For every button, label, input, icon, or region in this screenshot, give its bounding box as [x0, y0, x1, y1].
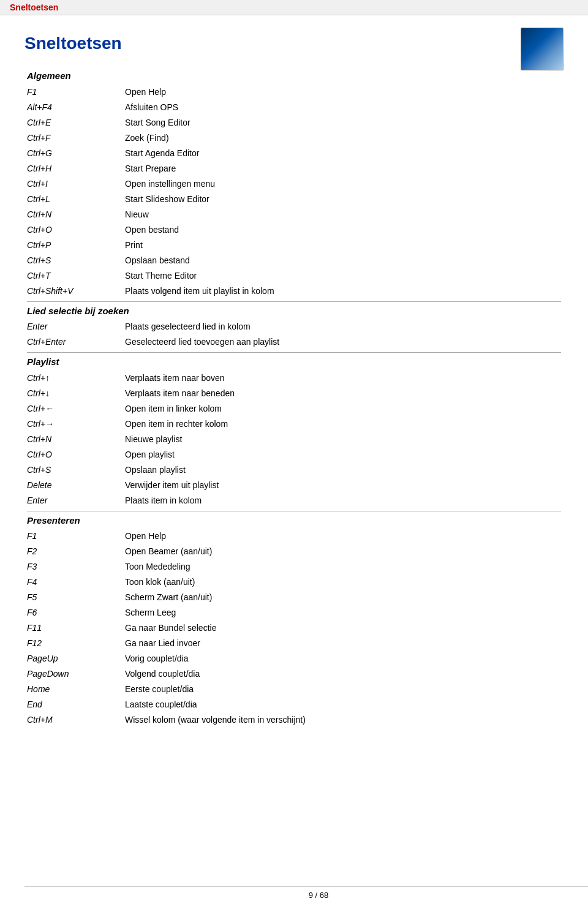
- shortcut-row: F1Open Help: [24, 85, 564, 100]
- shortcut-key: Ctrl+S: [24, 253, 123, 268]
- shortcut-desc: Open item in linker kolom: [123, 401, 564, 416]
- shortcut-key: Ctrl+G: [24, 146, 123, 161]
- shortcut-row: EndLaatste couplet/dia: [24, 697, 564, 712]
- shortcut-desc: Zoek (Find): [123, 130, 564, 146]
- shortcut-row: Ctrl+OOpen bestand: [24, 222, 564, 238]
- shortcut-desc: Start Theme Editor: [123, 268, 564, 284]
- shortcut-key: Ctrl+T: [24, 268, 123, 284]
- shortcut-desc: Plaats geselecteerd lied in kolom: [123, 319, 564, 334]
- shortcut-key: Ctrl+N: [24, 432, 123, 447]
- shortcut-key: F12: [24, 636, 123, 651]
- shortcut-key: Alt+F4: [24, 100, 123, 115]
- shortcut-row: F3Toon Mededeling: [24, 559, 564, 575]
- shortcut-key: Ctrl+O: [24, 222, 123, 238]
- section-heading-presenteren: Presenteren: [24, 513, 564, 529]
- shortcut-desc: Open Help: [123, 529, 564, 544]
- shortcut-key: Ctrl+Shift+V: [24, 284, 123, 299]
- shortcut-key: F1: [24, 85, 123, 100]
- page-title: Sneltoetsen: [24, 34, 564, 53]
- shortcut-desc: Toon Mededeling: [123, 559, 564, 575]
- shortcut-row: F6Scherm Leeg: [24, 605, 564, 620]
- shortcut-key: Ctrl+Enter: [24, 334, 123, 350]
- shortcut-row: Ctrl+LStart Slideshow Editor: [24, 192, 564, 207]
- shortcut-row: Ctrl+Shift+VPlaats volgend item uit play…: [24, 284, 564, 299]
- shortcut-key: F1: [24, 529, 123, 544]
- shortcut-row: F2Open Beamer (aan/uit): [24, 544, 564, 559]
- shortcut-row: Ctrl+OOpen playlist: [24, 447, 564, 462]
- shortcut-row: F11Ga naar Bundel selectie: [24, 620, 564, 636]
- shortcut-key: Ctrl+←: [24, 401, 123, 416]
- section-label-algemeen: Algemeen: [24, 68, 564, 85]
- shortcut-desc: Plaats item in kolom: [123, 493, 564, 508]
- shortcut-row: Ctrl+FZoek (Find): [24, 130, 564, 146]
- shortcut-desc: Open item in rechter kolom: [123, 416, 564, 432]
- shortcut-row: Ctrl+MWissel kolom (waar volgende item i…: [24, 712, 564, 728]
- shortcut-desc: Open Beamer (aan/uit): [123, 544, 564, 559]
- shortcut-desc: Start Prepare: [123, 161, 564, 176]
- divider-presenteren: [24, 508, 564, 513]
- main-content: Sneltoetsen AlgemeenF1Open HelpAlt+F4Afs…: [0, 15, 588, 769]
- shortcut-desc: Verwijder item uit playlist: [123, 478, 564, 493]
- shortcut-desc: Verplaats item naar beneden: [123, 386, 564, 401]
- shortcuts-table: AlgemeenF1Open HelpAlt+F4Afsluiten OPSCt…: [24, 68, 564, 728]
- shortcut-row: Ctrl+←Open item in linker kolom: [24, 401, 564, 416]
- shortcut-row: Ctrl+GStart Agenda Editor: [24, 146, 564, 161]
- shortcut-row: Ctrl+TStart Theme Editor: [24, 268, 564, 284]
- shortcut-desc: Laatste couplet/dia: [123, 697, 564, 712]
- divider-playlist: [24, 350, 564, 354]
- shortcut-desc: Verplaats item naar boven: [123, 371, 564, 386]
- shortcut-row: Alt+F4Afsluiten OPS: [24, 100, 564, 115]
- shortcut-row: Ctrl+HStart Prepare: [24, 161, 564, 176]
- shortcut-desc: Nieuwe playlist: [123, 432, 564, 447]
- shortcut-key: Ctrl+H: [24, 161, 123, 176]
- shortcut-desc: Toon klok (aan/uit): [123, 575, 564, 590]
- shortcut-row: PageDownVolgend couplet/dia: [24, 666, 564, 682]
- shortcut-desc: Scherm Leeg: [123, 605, 564, 620]
- shortcut-row: Ctrl+EnterGeselecteerd lied toevoegen aa…: [24, 334, 564, 350]
- shortcut-key: Enter: [24, 493, 123, 508]
- shortcut-desc: Open instellingen menu: [123, 176, 564, 192]
- shortcut-key: Ctrl+E: [24, 115, 123, 130]
- shortcut-desc: Opslaan bestand: [123, 253, 564, 268]
- shortcut-row: F5Scherm Zwart (aan/uit): [24, 590, 564, 605]
- shortcut-key: Ctrl+↓: [24, 386, 123, 401]
- shortcut-desc: Start Agenda Editor: [123, 146, 564, 161]
- shortcut-desc: Nieuw: [123, 207, 564, 222]
- shortcut-row: Ctrl+IOpen instellingen menu: [24, 176, 564, 192]
- shortcut-desc: Opslaan playlist: [123, 462, 564, 478]
- shortcut-key: F2: [24, 544, 123, 559]
- logo-image: [521, 28, 564, 70]
- section-label-playlist: Playlist: [24, 354, 564, 371]
- shortcut-key: Home: [24, 682, 123, 697]
- section-label-presenteren: Presenteren: [24, 513, 564, 529]
- divider-lied-selectie: [24, 299, 564, 303]
- shortcut-desc: Start Song Editor: [123, 115, 564, 130]
- shortcut-row: Ctrl+NNieuw: [24, 207, 564, 222]
- shortcut-desc: Start Slideshow Editor: [123, 192, 564, 207]
- shortcut-key: Ctrl+↑: [24, 371, 123, 386]
- shortcut-key: F5: [24, 590, 123, 605]
- shortcut-desc: Afsluiten OPS: [123, 100, 564, 115]
- shortcut-key: Delete: [24, 478, 123, 493]
- shortcut-desc: Open bestand: [123, 222, 564, 238]
- shortcut-desc: Geselecteerd lied toevoegen aan playlist: [123, 334, 564, 350]
- shortcut-desc: Ga naar Lied invoer: [123, 636, 564, 651]
- shortcut-row: Ctrl+EStart Song Editor: [24, 115, 564, 130]
- shortcut-desc: Scherm Zwart (aan/uit): [123, 590, 564, 605]
- shortcut-row: Ctrl+SOpslaan playlist: [24, 462, 564, 478]
- shortcut-desc: Plaats volgend item uit playlist in kolo…: [123, 284, 564, 299]
- shortcut-row: Ctrl+PPrint: [24, 238, 564, 253]
- shortcut-desc: Vorig couplet/dia: [123, 651, 564, 666]
- shortcut-row: F1Open Help: [24, 529, 564, 544]
- shortcut-row: F12Ga naar Lied invoer: [24, 636, 564, 651]
- shortcut-key: Ctrl+P: [24, 238, 123, 253]
- shortcut-row: HomeEerste couplet/dia: [24, 682, 564, 697]
- shortcut-row: Ctrl+NNieuwe playlist: [24, 432, 564, 447]
- shortcut-key: F11: [24, 620, 123, 636]
- shortcut-key: F6: [24, 605, 123, 620]
- shortcut-row: DeleteVerwijder item uit playlist: [24, 478, 564, 493]
- shortcut-desc: Open playlist: [123, 447, 564, 462]
- shortcut-key: Ctrl+O: [24, 447, 123, 462]
- shortcut-desc: Eerste couplet/dia: [123, 682, 564, 697]
- shortcut-key: F3: [24, 559, 123, 575]
